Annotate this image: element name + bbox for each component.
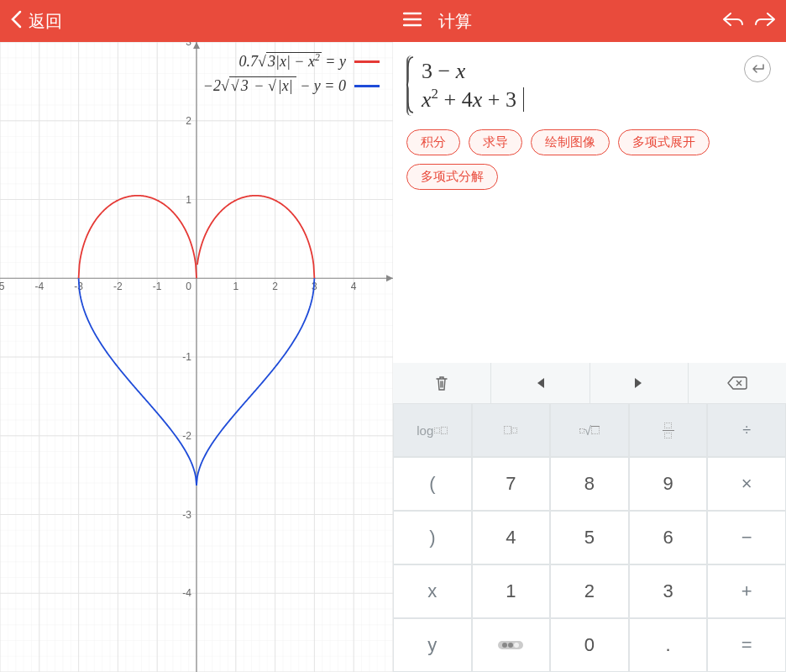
calculator-pane: 计算 3 − x x2 + 4x + 3 积分 求导 绘制图像 多项式展开 — [393, 0, 786, 672]
svg-text:-4: -4 — [34, 281, 44, 292]
cursor-right-button[interactable] — [590, 363, 689, 403]
key-8[interactable]: 8 — [550, 457, 629, 511]
key-rparen[interactable]: ) — [393, 511, 472, 564]
graph-pane: 返回 -5-4-3-2-11234-4-3-2-11230 0.73|x| − … — [0, 0, 393, 672]
key-dot[interactable]: . — [629, 618, 708, 672]
svg-text:3: 3 — [186, 42, 191, 48]
key-power[interactable] — [472, 403, 551, 457]
equation-1: 0.73|x| − x2 = y — [239, 52, 346, 71]
calc-title: 计算 — [438, 10, 472, 33]
key-x[interactable]: x — [393, 564, 472, 618]
key-7[interactable]: 7 — [472, 457, 551, 511]
key-equals[interactable]: = — [707, 618, 786, 672]
svg-text:-3: -3 — [182, 509, 191, 521]
keypad-control-row — [393, 363, 786, 403]
svg-text:-4: -4 — [182, 587, 191, 599]
right-header: 计算 — [393, 0, 786, 42]
key-3[interactable]: 3 — [629, 564, 708, 618]
equation-2: −23 − |x| − y = 0 — [203, 77, 346, 95]
svg-text:2: 2 — [272, 281, 278, 292]
svg-text:2: 2 — [186, 115, 191, 127]
key-nthroot[interactable]: √ — [550, 403, 629, 457]
legend-item-1: 0.73|x| − x2 = y — [203, 52, 380, 71]
legend-item-2: −23 − |x| − y = 0 — [203, 77, 380, 95]
expression-area[interactable]: 3 − x x2 + 4x + 3 积分 求导 绘制图像 多项式展开 多项式分解 — [393, 42, 786, 363]
key-multiply[interactable]: × — [707, 457, 786, 511]
svg-text:-2: -2 — [182, 430, 191, 442]
key-5[interactable]: 5 — [550, 511, 629, 564]
key-minus[interactable]: − — [707, 511, 786, 564]
svg-text:-5: -5 — [0, 281, 5, 292]
key-fraction[interactable] — [629, 403, 708, 457]
svg-text:1: 1 — [233, 281, 238, 292]
undo-icon[interactable] — [722, 12, 744, 30]
svg-text:0: 0 — [186, 281, 191, 292]
key-log[interactable]: log — [393, 403, 472, 457]
chip-expand[interactable]: 多项式展开 — [618, 129, 710, 155]
back-label: 返回 — [29, 10, 62, 33]
action-chips: 积分 求导 绘制图像 多项式展开 多项式分解 — [406, 129, 773, 190]
svg-text:-2: -2 — [113, 281, 123, 292]
chevron-left-icon — [10, 10, 22, 33]
back-button[interactable]: 返回 — [10, 10, 62, 33]
key-4[interactable]: 4 — [472, 511, 551, 564]
chip-derivative[interactable]: 求导 — [469, 129, 522, 155]
legend: 0.73|x| − x2 = y −23 − |x| − y = 0 — [203, 52, 380, 102]
legend-color-red — [354, 60, 380, 63]
graph-canvas[interactable]: -5-4-3-2-11234-4-3-2-11230 — [0, 42, 393, 672]
key-9[interactable]: 9 — [629, 457, 708, 511]
key-2[interactable]: 2 — [550, 564, 629, 618]
expression-line-2: x2 + 4x + 3 — [415, 86, 766, 113]
brace-icon — [406, 55, 415, 114]
expression-box[interactable]: 3 − x x2 + 4x + 3 — [406, 55, 773, 116]
redo-icon[interactable] — [754, 12, 776, 30]
svg-text:-1: -1 — [182, 351, 191, 363]
svg-text:-1: -1 — [153, 281, 162, 292]
clear-button[interactable] — [393, 363, 491, 403]
legend-color-blue — [354, 85, 380, 87]
keypad: log √ ÷ ( 7 8 9 × ) 4 5 6 − x 1 2 3 + — [393, 363, 786, 672]
chip-factor[interactable]: 多项式分解 — [406, 164, 498, 190]
key-0[interactable]: 0 — [550, 618, 629, 672]
svg-point-134 — [514, 643, 519, 648]
svg-text:4: 4 — [351, 281, 357, 292]
menu-icon[interactable] — [403, 12, 422, 30]
svg-text:1: 1 — [186, 194, 191, 206]
chip-integral[interactable]: 积分 — [406, 129, 460, 155]
expression-line-1: 3 − x — [415, 59, 766, 84]
key-divide[interactable]: ÷ — [707, 403, 786, 457]
chip-plot[interactable]: 绘制图像 — [531, 129, 610, 155]
cursor-left-button[interactable] — [491, 363, 590, 403]
backspace-button[interactable] — [689, 363, 786, 403]
key-y[interactable]: y — [393, 618, 472, 672]
svg-point-133 — [508, 643, 513, 648]
key-lparen[interactable]: ( — [393, 457, 472, 511]
svg-point-132 — [502, 643, 507, 648]
left-header: 返回 — [0, 0, 393, 42]
graph-area[interactable]: -5-4-3-2-11234-4-3-2-11230 0.73|x| − x2 … — [0, 42, 393, 672]
key-more[interactable] — [472, 618, 551, 672]
key-plus[interactable]: + — [707, 564, 786, 618]
enter-button[interactable] — [744, 55, 771, 82]
key-6[interactable]: 6 — [629, 511, 708, 564]
tick-labels: -5-4-3-2-11234-4-3-2-11230 — [0, 42, 357, 599]
key-1[interactable]: 1 — [472, 564, 551, 618]
